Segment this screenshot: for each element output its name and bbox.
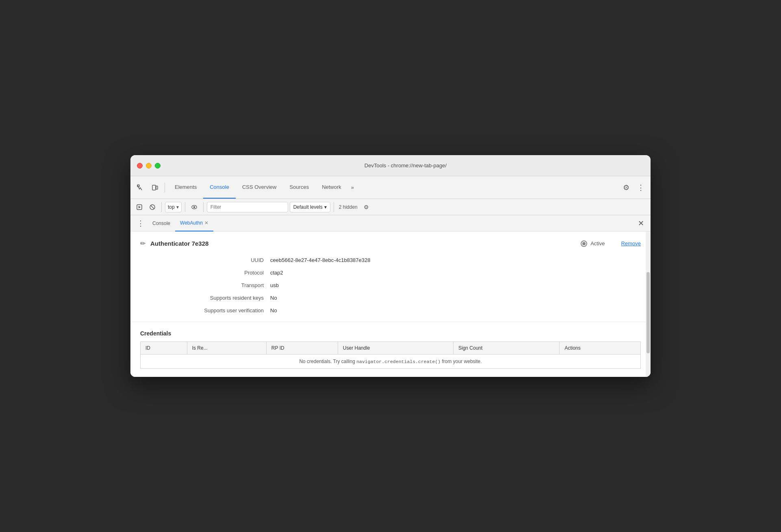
transport-value: usb (270, 282, 641, 288)
table-header-row: ID Is Re... RP ID User Handle Sign Count… (141, 342, 641, 355)
col-rp-id: RP ID (266, 342, 338, 355)
tab-elements[interactable]: Elements (168, 176, 203, 199)
title-bar: DevTools - chrome://new-tab-page/ (130, 155, 651, 176)
toolbar-divider-1 (165, 183, 165, 192)
table-row: No credentials. Try calling navigator.cr… (141, 355, 641, 369)
context-label: top (168, 204, 175, 210)
console-settings-button[interactable]: ⚙ (361, 201, 372, 213)
authenticator-header: ✏ Authenticator 7e328 Active Remove (140, 240, 641, 247)
protocol-value: ctap2 (270, 270, 641, 276)
scrollbar-thumb[interactable] (646, 272, 650, 353)
devtools-settings-button[interactable]: ⚙ (620, 181, 633, 194)
radio-button[interactable] (581, 240, 587, 247)
fullscreen-button[interactable] (155, 163, 161, 169)
more-tabs-button[interactable]: » (348, 176, 357, 199)
toolbar-divider-3 (185, 202, 185, 212)
col-id: ID (141, 342, 187, 355)
more-options-icon: ⋮ (637, 183, 644, 192)
credentials-title: Credentials (140, 330, 641, 337)
inspect-element-button[interactable] (134, 181, 147, 194)
authenticator-name: Authenticator 7e328 (150, 240, 581, 247)
traffic-lights (137, 163, 161, 169)
panel-tab-webauthn[interactable]: WebAuthn ✕ (175, 215, 213, 231)
toolbar-divider-2 (161, 202, 162, 212)
webauthn-tab-close[interactable]: ✕ (204, 220, 208, 226)
active-radio[interactable]: Active (581, 240, 605, 247)
log-levels-button[interactable]: Default levels ▾ (290, 202, 330, 212)
radio-inner (582, 242, 586, 245)
resident-keys-value: No (270, 295, 641, 301)
credentials-table: ID Is Re... RP ID User Handle Sign Count… (140, 342, 641, 369)
scrollbar-track[interactable] (646, 231, 651, 377)
user-verification-value: No (270, 307, 641, 314)
chevron-down-icon: ▾ (176, 204, 179, 210)
panel-close-button[interactable]: ✕ (635, 219, 647, 228)
tab-console[interactable]: Console (203, 176, 236, 199)
col-user-handle: User Handle (338, 342, 453, 355)
svg-line-6 (151, 205, 154, 209)
panel-tabs: ⋮ Console WebAuthn ✕ ✕ (130, 215, 651, 231)
clear-console-button[interactable] (147, 201, 158, 213)
hidden-count: 2 hidden (337, 204, 359, 210)
uuid-value: ceeb5662-8e27-4e47-8ebc-4c1b8387e328 (270, 257, 641, 263)
svg-marker-4 (139, 206, 141, 208)
levels-chevron-icon: ▾ (324, 204, 327, 210)
tab-network[interactable]: Network (315, 176, 348, 199)
devtools-window: DevTools - chrome://new-tab-page/ Elemen… (130, 155, 651, 377)
active-label: Active (590, 240, 605, 247)
context-selector[interactable]: top ▾ (165, 202, 182, 212)
filter-input[interactable] (207, 202, 288, 212)
window-title: DevTools - chrome://new-tab-page/ (167, 162, 644, 169)
console-toolbar: top ▾ Default levels ▾ 2 hidden ⚙ (130, 199, 651, 215)
protocol-label: Protocol (150, 270, 264, 276)
col-is-re: Is Re... (187, 342, 266, 355)
properties-grid: UUID ceeb5662-8e27-4e47-8ebc-4c1b8387e32… (140, 257, 641, 314)
svg-point-8 (193, 206, 195, 208)
svg-rect-1 (152, 185, 156, 190)
transport-label: Transport (150, 282, 264, 288)
resident-keys-label: Supports resident keys (150, 295, 264, 301)
no-credentials-message: No credentials. Try calling navigator.cr… (141, 355, 641, 369)
console-gear-icon: ⚙ (364, 204, 369, 210)
webauthn-panel: ✏ Authenticator 7e328 Active Remove UUID… (130, 231, 651, 377)
eye-filter-button[interactable] (189, 201, 200, 213)
col-actions: Actions (560, 342, 641, 355)
device-toolbar-button[interactable] (148, 181, 161, 194)
toolbar-divider-5 (334, 202, 334, 212)
minimize-button[interactable] (146, 163, 152, 169)
devtools-toolbar: Elements Console CSS Overview Sources Ne… (130, 176, 651, 199)
col-sign-count: Sign Count (453, 342, 559, 355)
code-snippet: navigator.credentials.create() (356, 359, 440, 364)
svg-rect-2 (156, 186, 158, 189)
execute-button[interactable] (134, 201, 145, 213)
webauthn-content: ✏ Authenticator 7e328 Active Remove UUID… (130, 231, 651, 377)
panel-dots-menu[interactable]: ⋮ (134, 219, 148, 228)
credentials-section: Credentials ID Is Re... RP ID User Handl… (130, 322, 651, 377)
tab-css-overview[interactable]: CSS Overview (236, 176, 283, 199)
panel-tab-console[interactable]: Console (148, 215, 175, 231)
uuid-label: UUID (150, 257, 264, 263)
user-verification-label: Supports user verification (150, 307, 264, 314)
main-tab-nav: Elements Console CSS Overview Sources Ne… (168, 176, 357, 199)
tab-sources[interactable]: Sources (283, 176, 315, 199)
svg-rect-0 (137, 185, 139, 187)
gear-icon: ⚙ (623, 183, 629, 192)
edit-authenticator-icon[interactable]: ✏ (140, 240, 145, 247)
close-button[interactable] (137, 163, 143, 169)
toolbar-divider-4 (203, 202, 204, 212)
devtools-more-options-button[interactable]: ⋮ (634, 181, 647, 194)
remove-authenticator-button[interactable]: Remove (621, 240, 641, 247)
toolbar-settings: ⚙ ⋮ (620, 181, 647, 194)
authenticator-section: ✏ Authenticator 7e328 Active Remove UUID… (130, 231, 651, 322)
